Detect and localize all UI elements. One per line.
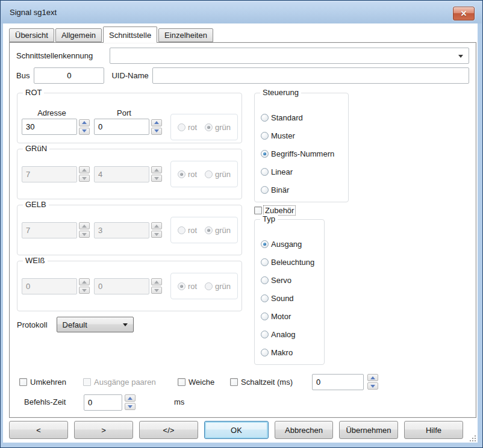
schaltzeit-checkbox[interactable]: Schaltzeit (ms) xyxy=(230,373,293,390)
schaltzeit-input[interactable] xyxy=(312,374,364,390)
arrow-down-icon xyxy=(154,129,159,132)
close-button[interactable]: ✕ xyxy=(453,7,475,20)
weiss-color-radio-group: rot grün xyxy=(170,273,238,299)
checkbox-icon xyxy=(230,378,238,386)
bus-row: Bus UID-Name xyxy=(16,67,469,84)
radio-muster[interactable]: Muster xyxy=(261,131,334,140)
radio-icon xyxy=(205,123,213,131)
radio-rot: rot xyxy=(178,123,197,132)
radio-gruen-label: grün xyxy=(215,282,231,291)
radio-beleuchtung[interactable]: Beleuchtung xyxy=(261,258,314,266)
gelb-port-input xyxy=(94,222,149,238)
footer-button-bar: < > </> OK Abbrechen Übernehmen Hilfe xyxy=(9,421,463,439)
befehlszeit-input[interactable] xyxy=(84,394,122,411)
rot-adresse-input[interactable] xyxy=(22,119,77,135)
protokoll-dropdown[interactable]: Default xyxy=(57,317,134,332)
radio-icon xyxy=(261,186,269,194)
radio-ausgang-label: Ausgang xyxy=(271,240,302,249)
close-icon: ✕ xyxy=(461,10,467,17)
titlebar: Signal sg1ext ✕ xyxy=(1,1,482,23)
radio-rot-label: rot xyxy=(188,170,197,179)
arrow-up-icon xyxy=(128,397,132,400)
befehlszeit-spinner xyxy=(125,394,136,410)
spin-down-button[interactable] xyxy=(367,382,378,390)
radio-servo[interactable]: Servo xyxy=(261,276,314,284)
arrow-up-icon xyxy=(370,376,375,379)
gruen-color-radio-group: rot grün xyxy=(170,161,238,187)
tab-einzelheiten[interactable]: Einzelheiten xyxy=(158,28,213,42)
radio-begriffs-nummern-label: Begriffs-Nummern xyxy=(271,149,334,158)
ok-button[interactable]: OK xyxy=(204,421,269,439)
protokoll-row: Protokoll Default xyxy=(17,317,134,332)
tab-uebersicht[interactable]: Übersicht xyxy=(9,28,54,42)
apply-button[interactable]: Übernehmen xyxy=(339,421,398,439)
zubehoer-label: Zubehör xyxy=(264,206,295,215)
radio-gruen: grün xyxy=(205,123,231,132)
radio-icon xyxy=(205,170,213,178)
arrow-up-icon xyxy=(82,225,87,228)
chevron-down-icon xyxy=(458,55,463,58)
spin-up-button[interactable] xyxy=(367,374,378,381)
arrow-up-icon xyxy=(154,121,159,124)
spin-up-button[interactable] xyxy=(125,394,136,402)
radio-rot: rot xyxy=(178,170,197,179)
tab-content-panel: Schnittstellenkennung Bus UID-Name ROT A xyxy=(9,42,476,418)
umkehren-checkbox[interactable]: Umkehren xyxy=(19,373,66,390)
radio-motor[interactable]: Motor xyxy=(261,312,314,320)
tab-schnittstelle[interactable]: Schnittstelle xyxy=(103,26,157,43)
radio-analog[interactable]: Analog xyxy=(261,330,314,338)
radio-gruen: grün xyxy=(205,226,231,235)
weiche-checkbox[interactable]: Weiche xyxy=(178,373,214,390)
help-button[interactable]: Hilfe xyxy=(404,421,463,439)
rot-port-input[interactable] xyxy=(94,119,149,135)
radio-gruen-label: grün xyxy=(215,170,231,179)
arrow-up-icon xyxy=(82,281,87,284)
group-gruen: GRüN xyxy=(17,149,242,199)
checkbox-icon xyxy=(19,378,27,386)
radio-ausgang[interactable]: Ausgang xyxy=(261,240,314,248)
gruen-adresse-spinner xyxy=(79,166,90,182)
radio-standard[interactable]: Standard xyxy=(261,113,334,122)
radio-binaer[interactable]: Binär xyxy=(261,185,334,194)
arrow-down-icon xyxy=(154,289,159,292)
code-button[interactable]: </> xyxy=(139,421,198,439)
radio-sound[interactable]: Sound xyxy=(261,294,314,302)
gelb-adresse-input xyxy=(22,222,77,238)
options-row: Umkehren Ausgänge paaren Weiche Schaltze… xyxy=(19,373,469,390)
spin-up-button xyxy=(79,278,90,285)
resize-grip[interactable] xyxy=(468,434,476,441)
tab-allgemein[interactable]: Allgemein xyxy=(55,28,102,42)
protokoll-value: Default xyxy=(63,320,87,329)
radio-rot: rot xyxy=(178,226,197,235)
next-button[interactable]: > xyxy=(74,421,133,439)
uid-name-input[interactable] xyxy=(152,67,469,84)
radio-begriffs-nummern[interactable]: Begriffs-Nummern xyxy=(261,149,334,158)
radio-binaer-label: Binär xyxy=(271,185,289,194)
bus-label: Bus xyxy=(16,71,30,80)
arrow-up-icon xyxy=(82,121,87,124)
protokoll-label: Protokoll xyxy=(17,320,48,329)
spin-down-button[interactable] xyxy=(151,128,162,135)
zubehoer-checkbox[interactable]: Zubehör xyxy=(254,206,295,215)
bus-input[interactable] xyxy=(34,67,104,84)
spin-up-button[interactable] xyxy=(151,119,162,126)
port-label: Port xyxy=(94,108,154,117)
weiss-port-spinner xyxy=(151,278,162,294)
radio-makro[interactable]: Makro xyxy=(261,348,314,356)
spin-up-button xyxy=(151,222,162,229)
radio-linear-label: Linear xyxy=(271,167,293,176)
spin-down-button[interactable] xyxy=(125,403,136,410)
gelb-adresse-spinner xyxy=(79,222,90,238)
spin-up-button xyxy=(79,222,90,229)
group-weiss: WEIß xyxy=(17,261,242,311)
group-gelb: GELB xyxy=(17,205,242,255)
spin-down-button[interactable] xyxy=(79,128,90,135)
prev-button[interactable]: < xyxy=(9,421,68,439)
arrow-down-icon xyxy=(82,233,87,236)
spin-up-button[interactable] xyxy=(79,119,90,126)
befehlszeit-label: Befehls-Zeit xyxy=(24,397,66,406)
radio-linear[interactable]: Linear xyxy=(261,167,334,176)
cancel-button[interactable]: Abbrechen xyxy=(275,421,333,439)
channel-groups: ROT Adresse xyxy=(17,93,242,317)
interface-combobox[interactable] xyxy=(110,48,469,64)
